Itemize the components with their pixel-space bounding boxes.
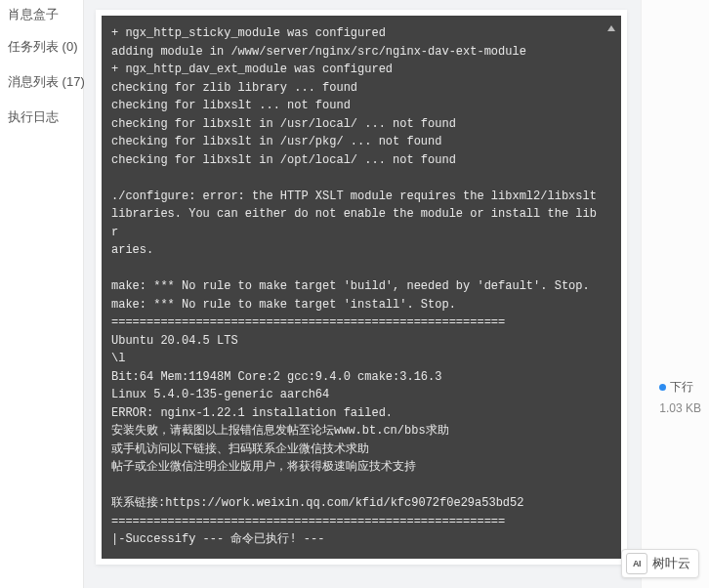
sidebar-item-messages[interactable]: 消息列表 (17) (0, 64, 83, 100)
status-label: 下行 (670, 380, 693, 394)
brand-logo-icon: AI (626, 553, 647, 574)
main-area: 下行 1.03 KB + ngx_http_sticky_module was … (84, 0, 709, 588)
sidebar: 肖息盒子 任务列表 (0) 消息列表 (17) 执行日志 (0, 0, 84, 588)
status-value: 1.03 KB (659, 401, 701, 415)
brand-badge[interactable]: AI 树叶云 (621, 549, 699, 578)
sidebar-item-log[interactable]: 执行日志 (0, 100, 83, 135)
status-dot-icon (659, 384, 666, 391)
network-status: 下行 1.03 KB (659, 379, 701, 415)
console-output[interactable]: + ngx_http_sticky_module was configured … (102, 16, 621, 559)
console-container: + ngx_http_sticky_module was configured … (96, 10, 627, 565)
sidebar-item-label: 执行日志 (8, 109, 59, 124)
brand-name: 树叶云 (652, 555, 690, 572)
sidebar-item-label: 任务列表 (0) (8, 39, 78, 54)
scroll-up-icon[interactable] (607, 25, 615, 31)
sidebar-item-label: 消息列表 (17) (8, 74, 85, 89)
right-panel: 下行 1.03 KB (641, 0, 709, 588)
sidebar-header: 肖息盒子 (0, 0, 83, 29)
sidebar-item-tasks[interactable]: 任务列表 (0) (0, 29, 83, 64)
